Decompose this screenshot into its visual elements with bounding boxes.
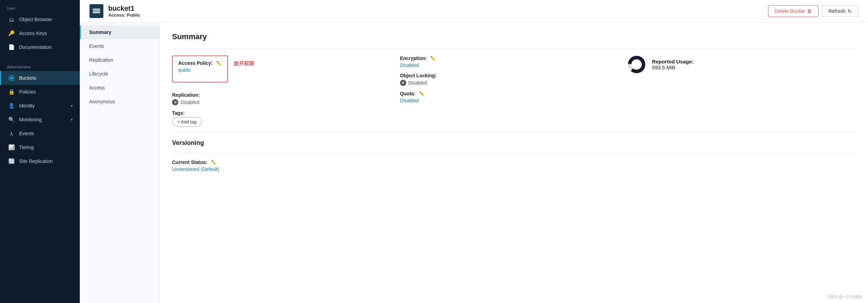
access-policy-annotation: 放开权限 [233,55,254,67]
access-policy-edit-icon[interactable]: ✏️ [216,61,222,66]
versioning-divider [172,133,856,133]
admin-section-label: Administrator [0,59,80,71]
topbar: bucket1 Access: Public Delete Bucket 🗑 R… [80,0,868,23]
versioning-title: Versioning [172,139,856,147]
sidebar-item-access-keys[interactable]: 🔑 Access Keys [0,26,80,40]
svg-rect-2 [93,9,100,10]
object-browser-icon: 🗂 [8,16,15,23]
sidebar-item-label: Site Replication [19,158,73,164]
topbar-actions: Delete Bucket 🗑 Refresh ↻ [768,5,858,17]
sidebar-item-tiering[interactable]: 📊 Tiering [0,140,80,154]
reported-usage-value: 593.5 MiB [652,64,693,70]
tab-replication[interactable]: Replication [80,53,159,67]
sidebar-item-label: Identity [19,103,67,109]
sidebar-item-label: Documentation [19,44,73,50]
sidebar-item-label: Monitoring [19,117,67,122]
tab-access[interactable]: Access [80,81,159,95]
quota-label: Quota: ✏️ [400,91,621,96]
encryption-edit-icon[interactable]: ✏️ [430,56,436,61]
tab-events[interactable]: Events [80,39,159,53]
tags-label: Tags: [172,110,393,116]
main-area: bucket1 Access: Public Delete Bucket 🗑 R… [80,0,868,303]
tab-lifecycle[interactable]: Lifecycle [80,67,159,81]
versioning-inner-divider [172,153,856,153]
refresh-button[interactable]: Refresh ↻ [822,5,858,17]
access-value: Public [127,12,141,18]
usage-text: Reported Usage: 593.5 MiB [652,59,693,70]
sidebar-item-label: Events [19,131,73,136]
replication-status: ✕ Disabled [172,99,393,105]
sidebar-item-monitoring[interactable]: 🔍 Monitoring ▾ [0,113,80,127]
delete-bucket-button[interactable]: Delete Bucket 🗑 [768,5,818,17]
add-tag-label: + Add tag [177,119,196,124]
object-locking-status: ✕ Disabled [400,80,621,86]
current-status-edit-icon[interactable]: ✏️ [211,160,216,165]
sidebar-item-identity[interactable]: 👤 Identity ▾ [0,99,80,113]
documentation-icon: 📄 [8,44,15,51]
reported-usage: Reported Usage: 593.5 MiB [628,55,849,73]
svg-rect-4 [93,12,100,13]
identity-icon: 👤 [8,102,15,109]
site-replication-icon: 🔄 [8,158,15,165]
refresh-icon: ↻ [848,8,852,14]
object-locking-disabled-icon: ✕ [400,80,406,86]
current-status-row: Current Status: ✏️ [172,159,856,166]
sidebar-item-label: Object Browser [19,17,73,22]
reported-usage-label: Reported Usage: [652,59,693,64]
sidebar-item-label: Policies [19,89,73,95]
identity-chevron-icon: ▾ [71,104,73,108]
tiering-icon: 📊 [8,144,15,151]
sidebar-item-object-browser[interactable]: 🗂 Object Browser [0,12,80,26]
tab-anonymous[interactable]: Anonymous [80,95,159,109]
current-status-value: Unversioned (Default) [172,166,856,172]
panel-divider [172,49,856,49]
encryption-value: Disabled [400,62,621,68]
buckets-icon [8,75,15,81]
access-policy-value[interactable]: public [178,67,222,73]
sidebar-item-label: Buckets [19,75,73,81]
summary-col-3: Reported Usage: 593.5 MiB [628,55,856,127]
add-tag-button[interactable]: + Add tag [172,117,202,127]
access-label: Access: [108,12,126,18]
panel-title: Summary [172,32,856,41]
monitoring-icon: 🔍 [8,116,15,123]
main-panel: Summary Access Policy: ✏️ public [160,23,868,303]
sidebar-item-buckets[interactable]: Buckets [0,71,80,85]
policies-icon: 🔒 [8,88,15,95]
usage-donut-chart [628,55,646,73]
user-section-label: User [0,0,80,12]
sidebar: User 🗂 Object Browser 🔑 Access Keys 📄 Do… [0,0,80,303]
sidebar-item-policies[interactable]: 🔒 Policies [0,85,80,99]
sidebar-item-events[interactable]: λ Events [0,127,80,140]
bucket-access: Access: Public [108,12,763,18]
quota-value: Disabled [400,98,621,103]
replication-disabled-icon: ✕ [172,99,178,105]
left-tabs: Summary Events Replication Lifecycle Acc… [80,23,160,303]
trash-icon: 🗑 [807,8,812,14]
encryption-label: Encryption: ✏️ [400,55,621,61]
access-policy-box: Access Policy: ✏️ public [172,55,228,83]
tab-summary[interactable]: Summary [80,25,159,39]
monitoring-chevron-icon: ▾ [71,118,73,122]
watermark: CSDN @一只大喵喵 [827,294,862,300]
svg-rect-3 [93,10,100,11]
sidebar-item-documentation[interactable]: 📄 Documentation [0,40,80,54]
sidebar-item-label: Access Keys [19,31,73,36]
sidebar-item-label: Tiering [19,145,73,150]
bucket-info: bucket1 Access: Public [108,5,763,18]
delete-bucket-label: Delete Bucket [775,8,805,14]
summary-col-2: Encryption: ✏️ Disabled Object Locking: … [400,55,628,127]
sidebar-divider [0,56,80,57]
summary-grid: Access Policy: ✏️ public 放开权限 Replicatio… [172,55,856,127]
quota-edit-icon[interactable]: ✏️ [419,91,425,96]
svg-point-1 [10,77,13,79]
events-icon: λ [8,130,15,137]
bucket-icon [90,4,103,18]
content-area: Summary Events Replication Lifecycle Acc… [80,23,868,303]
bucket-name: bucket1 [108,5,763,12]
access-keys-icon: 🔑 [8,30,15,37]
access-policy-label: Access Policy: ✏️ [178,60,222,66]
sidebar-item-site-replication[interactable]: 🔄 Site Replication [0,154,80,168]
refresh-label: Refresh [828,8,845,14]
summary-col-1: Access Policy: ✏️ public 放开权限 Replicatio… [172,55,400,127]
